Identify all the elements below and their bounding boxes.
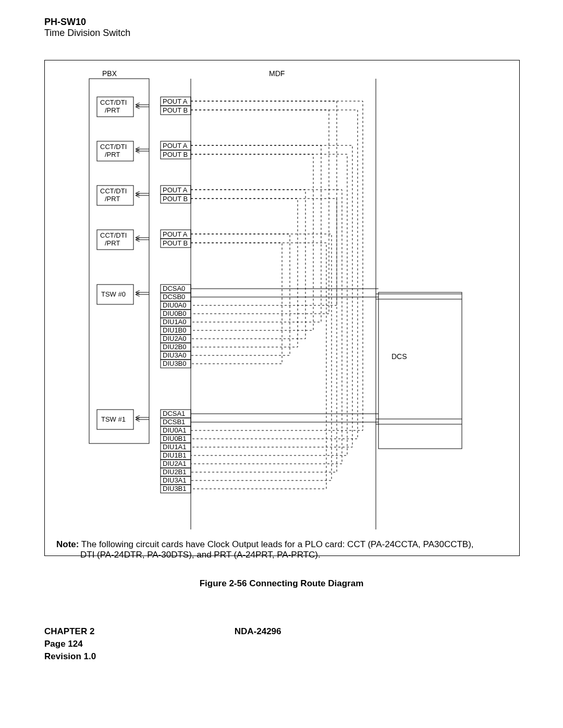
- svg-text:TSW #1: TSW #1: [101, 415, 126, 423]
- svg-text:DCSB0: DCSB0: [163, 293, 185, 301]
- svg-text:TSW #0: TSW #0: [101, 290, 126, 298]
- note: Note: The following circuit cards have C…: [56, 539, 553, 560]
- tsw1-group: TSW #1 DCSA1 DCSB1 DIU0A1 DIU0B1 DIU1A1 …: [97, 410, 191, 493]
- svg-text:/PRT: /PRT: [105, 106, 120, 114]
- wiring-diagram: PBX MDF DCS CCT/DTI /PRT POUT A: [45, 60, 519, 556]
- mdf-label: MDF: [269, 69, 285, 78]
- svg-text:DCSA1: DCSA1: [163, 410, 185, 417]
- page: PH-SW10 Time Division Switch PBX MDF DCS: [0, 0, 563, 728]
- svg-text:DIU1A0: DIU1A0: [163, 318, 187, 326]
- footer: CHAPTER 2 NDA-24296 Page 124 Revision 1.…: [44, 625, 282, 663]
- svg-text:DIU3A1: DIU3A1: [163, 476, 187, 484]
- note-label: Note:: [56, 539, 79, 549]
- svg-text:DIU1B0: DIU1B0: [163, 326, 187, 334]
- svg-text:DIU2A1: DIU2A1: [163, 460, 187, 467]
- svg-text:POUT B: POUT B: [163, 151, 188, 158]
- tsw0-group: TSW #0 DCSA0 DCSB0 DIU0A0 DIU0B0 DIU1A0 …: [97, 285, 191, 368]
- tsw0-signals: DCSA0 DCSB0 DIU0A0 DIU0B0 DIU1A0 DIU1B0 …: [161, 285, 191, 368]
- svg-text:POUT B: POUT B: [163, 239, 188, 247]
- footer-page: Page 124: [44, 638, 232, 650]
- svg-text:DCSB1: DCSB1: [163, 418, 185, 426]
- svg-text:CCT/DTI: CCT/DTI: [100, 143, 127, 151]
- svg-text:CCT/DTI: CCT/DTI: [100, 231, 127, 239]
- svg-text:DIU3A0: DIU3A0: [163, 351, 187, 359]
- svg-text:DIU2B0: DIU2B0: [163, 343, 187, 351]
- svg-text:POUT A: POUT A: [163, 230, 188, 238]
- page-header: PH-SW10 Time Division Switch: [44, 17, 130, 39]
- footer-chapter: CHAPTER 2: [44, 625, 232, 638]
- cct-group: CCT/DTI /PRT POUT A POUT B CCT/DTI /PRT: [97, 97, 191, 250]
- model-number: PH-SW10: [44, 17, 130, 28]
- svg-text:DIU0B1: DIU0B1: [163, 435, 187, 442]
- dashed-routes: [191, 101, 363, 489]
- svg-text:POUT A: POUT A: [163, 142, 188, 150]
- svg-text:DIU0A0: DIU0A0: [163, 301, 187, 309]
- svg-text:DIU0A1: DIU0A1: [163, 426, 187, 434]
- svg-text:DIU2A0: DIU2A0: [163, 335, 187, 342]
- footer-docnum: NDA-24296: [235, 625, 282, 638]
- svg-text:POUT B: POUT B: [163, 195, 188, 203]
- svg-text:DCSA0: DCSA0: [163, 285, 185, 292]
- footer-revision: Revision 1.0: [44, 650, 232, 663]
- note-text1: The following circuit cards have Clock O…: [79, 539, 473, 549]
- svg-text:/PRT: /PRT: [105, 195, 120, 203]
- svg-text:CCT/DTI: CCT/DTI: [100, 187, 127, 195]
- svg-text:DIU2B1: DIU2B1: [163, 468, 187, 476]
- dcs-label: DCS: [391, 352, 407, 361]
- tsw1-signals: DCSA1 DCSB1 DIU0A1 DIU0B1 DIU1A1 DIU1B1 …: [161, 410, 191, 493]
- subtitle: Time Division Switch: [44, 28, 130, 39]
- diagram-frame: PBX MDF DCS CCT/DTI /PRT POUT A: [44, 60, 520, 556]
- svg-text:POUT A: POUT A: [163, 186, 188, 194]
- svg-text:/PRT: /PRT: [105, 151, 120, 158]
- svg-text:POUT B: POUT B: [163, 106, 188, 114]
- svg-text:DIU0B0: DIU0B0: [163, 310, 187, 317]
- note-text2: DTI (PA-24DTR, PA-30DTS), and PRT (A-24P…: [56, 550, 321, 560]
- svg-text:DIU1A1: DIU1A1: [163, 443, 187, 451]
- svg-text:DIU3B0: DIU3B0: [163, 360, 187, 367]
- svg-text:DIU1B1: DIU1B1: [163, 451, 187, 459]
- figure-caption: Figure 2-56 Connecting Route Diagram: [0, 578, 563, 589]
- dcs-box: [378, 292, 462, 449]
- pbx-label: PBX: [102, 69, 117, 78]
- svg-text:DIU3B1: DIU3B1: [163, 485, 187, 492]
- svg-text:/PRT: /PRT: [105, 239, 120, 247]
- svg-text:POUT A: POUT A: [163, 97, 188, 105]
- pbx-column: [89, 79, 149, 443]
- svg-text:CCT/DTI: CCT/DTI: [100, 98, 127, 106]
